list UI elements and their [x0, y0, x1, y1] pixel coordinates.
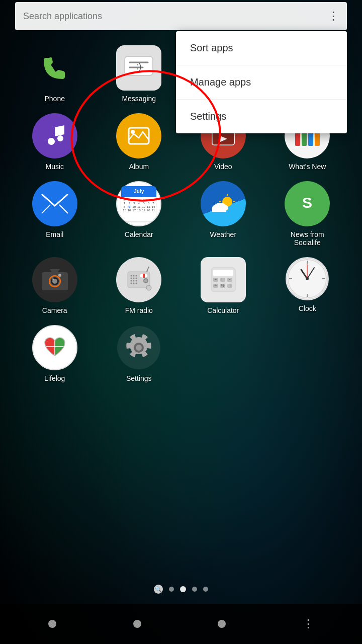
album-icon	[126, 123, 152, 149]
svg-rect-56	[143, 274, 145, 278]
settings-app-label: Settings	[126, 374, 152, 383]
svg-point-49	[133, 280, 135, 282]
socialife-icon: S	[294, 191, 320, 217]
app-fmradio[interactable]: FM radio	[100, 257, 179, 315]
socialife-label: News fromSocialife	[291, 230, 324, 248]
svg-point-52	[136, 278, 137, 279]
calculator-icon: + - × ÷ % =	[209, 266, 237, 294]
svg-text::): :)	[136, 61, 142, 71]
svg-point-6	[57, 135, 63, 141]
lifelog-label: Lifelog	[44, 374, 65, 383]
page-search-dot[interactable]: 🔍	[154, 585, 163, 594]
svg-point-47	[133, 275, 135, 277]
app-socialife[interactable]: S News fromSocialife	[268, 181, 347, 248]
app-settings[interactable]: Settings	[100, 325, 179, 383]
calculator-label: Calculator	[207, 306, 239, 315]
app-album[interactable]: Album	[100, 113, 179, 171]
weather-label: Weather	[210, 230, 236, 239]
fmradio-label: FM radio	[125, 306, 153, 315]
svg-point-0	[35, 48, 75, 88]
svg-text:+: +	[214, 277, 217, 282]
nav-back-button[interactable]	[48, 620, 56, 628]
svg-text:%: %	[221, 283, 224, 288]
svg-marker-35	[50, 269, 60, 272]
page-dot-4[interactable]	[203, 587, 208, 592]
svg-point-48	[133, 278, 135, 279]
sort-apps-item[interactable]: Sort apps	[176, 31, 347, 65]
svg-text:-: -	[222, 277, 223, 282]
page-indicators: 🔍	[0, 585, 362, 594]
app-phone[interactable]: Phone	[15, 45, 95, 103]
messaging-label: Messaging	[122, 95, 156, 103]
page-dot-3[interactable]	[192, 587, 197, 592]
app-music[interactable]: Music	[15, 113, 95, 171]
more-menu-icon[interactable]: ⋮	[328, 10, 339, 23]
page-dot-2[interactable]	[180, 586, 186, 592]
messaging-icon: :)	[124, 55, 154, 80]
svg-point-44	[131, 278, 132, 279]
email-label: Email	[46, 230, 63, 239]
svg-point-51	[136, 275, 137, 277]
svg-point-5	[48, 138, 55, 145]
svg-text:×: ×	[228, 277, 231, 282]
app-lifelog[interactable]: Lifelog	[15, 325, 95, 383]
clock-icon	[286, 257, 329, 300]
svg-point-60	[146, 285, 151, 290]
lifelog-icon	[41, 334, 69, 362]
svg-point-89	[136, 345, 142, 351]
app-weather[interactable]: Weather	[184, 181, 263, 248]
weather-icon	[208, 189, 238, 219]
svg-point-43	[131, 275, 132, 277]
settings-icon	[117, 326, 160, 369]
svg-point-8	[131, 130, 135, 134]
clock-label: Clock	[299, 304, 316, 313]
calendar-label: Calendar	[125, 230, 153, 239]
svg-point-84	[306, 277, 309, 280]
svg-line-59	[147, 267, 149, 272]
svg-text:S: S	[302, 194, 312, 211]
svg-point-58	[144, 279, 147, 282]
settings-item[interactable]: Settings	[176, 100, 347, 133]
search-bar[interactable]: ⋮	[15, 2, 347, 30]
svg-point-39	[58, 274, 61, 277]
page-dot-1[interactable]	[169, 587, 174, 592]
email-icon	[41, 194, 68, 214]
music-label: Music	[45, 163, 64, 171]
camera-label: Camera	[42, 306, 67, 315]
svg-point-45	[131, 280, 132, 282]
video-label: Video	[214, 163, 232, 171]
app-camera[interactable]: Camera	[15, 257, 95, 315]
dropdown-menu: Sort apps Manage apps Settings	[176, 31, 347, 133]
svg-rect-62	[213, 270, 233, 276]
nav-home-button[interactable]	[133, 620, 141, 628]
nav-more-button[interactable]: ⋮	[303, 617, 314, 630]
fmradio-icon	[124, 265, 154, 295]
camera-icon	[41, 268, 69, 291]
bottom-nav: ⋮	[0, 604, 362, 644]
app-email[interactable]: Email	[15, 181, 95, 248]
svg-point-46	[131, 283, 132, 284]
app-clock[interactable]: Clock	[268, 257, 347, 315]
app-messaging[interactable]: :) Messaging	[100, 45, 179, 103]
svg-point-54	[136, 283, 137, 284]
phone-icon	[35, 48, 75, 88]
svg-text:=: =	[228, 283, 231, 288]
music-icon	[42, 123, 67, 148]
album-label: Album	[129, 163, 149, 171]
app-calendar[interactable]: July S M T W T F S 1 2 3 4 5 6 7 8	[100, 181, 179, 248]
svg-text:÷: ÷	[215, 283, 217, 288]
whatsnew-label: What's New	[289, 163, 326, 171]
search-input[interactable]	[23, 11, 328, 22]
svg-point-53	[136, 280, 137, 282]
nav-recents-button[interactable]	[218, 620, 226, 628]
phone-label: Phone	[45, 95, 65, 103]
manage-apps-item[interactable]: Manage apps	[176, 65, 347, 100]
svg-point-40	[52, 278, 54, 280]
svg-rect-31	[212, 208, 226, 212]
svg-point-50	[133, 283, 135, 284]
app-calculator[interactable]: + - × ÷ % = Calculator	[184, 257, 263, 315]
